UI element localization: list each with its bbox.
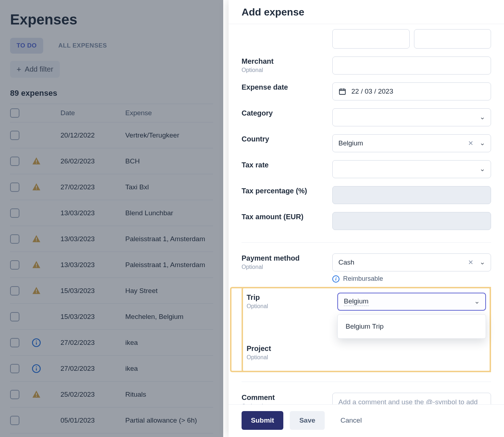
- row-expense: BCH: [125, 157, 213, 165]
- svg-point-15: [36, 366, 37, 367]
- country-select[interactable]: Belgium ✕: [332, 134, 491, 152]
- row-checkbox[interactable]: [10, 234, 19, 244]
- calendar-icon: [338, 87, 346, 95]
- project-label: Project Optional: [247, 344, 333, 361]
- row-date: 27/02/2023: [60, 339, 125, 347]
- svg-rect-2: [36, 185, 37, 188]
- row-checkbox[interactable]: [10, 131, 19, 140]
- row-checkbox[interactable]: [10, 183, 19, 192]
- trip-select[interactable]: Belgium: [337, 293, 486, 311]
- chevron-down-icon: [480, 115, 485, 120]
- table-row[interactable]: 27/02/2023ikea: [10, 356, 213, 382]
- warning-icon: [32, 183, 41, 192]
- row-checkbox[interactable]: [10, 260, 19, 270]
- tax-rate-label: Tax rate: [242, 160, 328, 170]
- panel-body: Merchant Optional Expense date 22 / 03 /…: [229, 24, 504, 404]
- row-date: 15/03/2023: [60, 313, 125, 321]
- table-row[interactable]: 27/02/2023Taxi Bxl: [10, 174, 213, 200]
- table-row[interactable]: 25/02/2023Rituals: [10, 382, 213, 407]
- row-date: 13/03/2023: [60, 209, 125, 217]
- expenses-table: Date Expense 20/12/2022Vertrek/Terugkeer…: [10, 104, 213, 433]
- svg-point-12: [36, 340, 37, 341]
- row-expense: Taxi Bxl: [125, 183, 213, 191]
- table-row[interactable]: 15/03/2023Hay Street: [10, 278, 213, 304]
- svg-rect-8: [36, 289, 37, 292]
- row-expense: Paleisstraat 1, Amsterdam: [125, 261, 213, 269]
- merchant-input[interactable]: [332, 57, 491, 75]
- row-expense: Mechelen, Belgium: [125, 313, 213, 321]
- trip-dropdown-list: Belgium Trip: [337, 314, 486, 339]
- table-row[interactable]: 13/03/2023Paleisstraat 1, Amsterdam: [10, 226, 213, 252]
- row-date: 15/03/2023: [60, 287, 125, 295]
- expense-count: 89 expenses: [10, 89, 213, 98]
- save-button[interactable]: Save: [290, 411, 324, 430]
- cancel-button[interactable]: Cancel: [331, 411, 371, 430]
- comment-label: Comment Optional: [242, 393, 328, 404]
- row-checkbox[interactable]: [10, 364, 19, 373]
- row-checkbox[interactable]: [10, 416, 19, 425]
- table-row[interactable]: 26/02/2023BCH: [10, 148, 213, 174]
- row-expense: ikea: [125, 339, 213, 347]
- category-select[interactable]: [332, 108, 491, 126]
- svg-rect-18: [339, 89, 346, 95]
- comment-input[interactable]: Add a comment and use the @-symbol to ad…: [332, 393, 491, 404]
- panel-footer: Submit Save Cancel: [229, 404, 504, 437]
- add-filter-label: Add filter: [25, 65, 53, 73]
- info-icon: i: [332, 275, 339, 283]
- row-expense: Paleisstraat 1, Amsterdam: [125, 235, 213, 243]
- panel-header: Add expense: [229, 0, 504, 24]
- row-checkbox[interactable]: [10, 390, 19, 399]
- table-row[interactable]: 05/01/2023Partial allowance (> 6h): [10, 407, 213, 433]
- amount-left-input[interactable]: [332, 29, 410, 49]
- trip-label: Trip Optional: [247, 293, 333, 310]
- warning-icon: [32, 390, 41, 399]
- reimbursable-indicator: i Reimbursable: [332, 275, 491, 283]
- row-date: 05/01/2023: [60, 416, 125, 424]
- row-checkbox[interactable]: [10, 208, 19, 218]
- row-expense: Partial allowance (> 6h): [125, 416, 213, 424]
- warning-icon: [32, 260, 41, 270]
- row-expense: Hay Street: [125, 287, 213, 295]
- trip-option[interactable]: Belgium Trip: [338, 316, 486, 337]
- row-checkbox[interactable]: [10, 312, 19, 321]
- chevron-down-icon: [480, 260, 485, 265]
- amount-right-input[interactable]: [414, 29, 491, 49]
- payment-method-select[interactable]: Cash ✕: [332, 253, 491, 271]
- table-row[interactable]: 20/12/2022Vertrek/Terugkeer: [10, 122, 213, 148]
- row-checkbox[interactable]: [10, 157, 19, 166]
- tax-percentage-label: Tax percentage (%): [242, 186, 328, 195]
- table-row[interactable]: 27/02/2023ikea: [10, 330, 213, 356]
- trip-project-highlight: Trip Optional Belgium Belgium Trip Proje…: [242, 287, 491, 372]
- row-checkbox[interactable]: [10, 338, 19, 347]
- info-icon: [32, 338, 41, 347]
- table-header: Date Expense: [10, 104, 213, 122]
- clear-icon[interactable]: ✕: [468, 258, 473, 266]
- row-expense: Blend Lunchbar: [125, 209, 213, 217]
- table-row[interactable]: 15/03/2023Mechelen, Belgium: [10, 304, 213, 330]
- add-filter-button[interactable]: + Add filter: [10, 61, 60, 78]
- svg-rect-3: [36, 188, 37, 189]
- select-all-checkbox[interactable]: [10, 108, 19, 118]
- expense-date-input[interactable]: 22 / 03 / 2023: [332, 82, 491, 100]
- tab-todo[interactable]: TO DO: [10, 38, 43, 54]
- table-row[interactable]: 13/03/2023Paleisstraat 1, Amsterdam: [10, 252, 213, 278]
- tax-rate-select[interactable]: [332, 160, 491, 178]
- svg-rect-17: [36, 396, 37, 396]
- row-expense: ikea: [125, 365, 213, 373]
- svg-rect-6: [36, 263, 37, 266]
- clear-icon[interactable]: ✕: [468, 139, 473, 147]
- table-row[interactable]: 13/03/2023Blend Lunchbar: [10, 200, 213, 226]
- svg-rect-9: [36, 292, 37, 293]
- payment-method-label: Payment method Optional: [242, 253, 328, 271]
- merchant-label: Merchant Optional: [242, 57, 328, 74]
- add-expense-panel: Add expense Merchant Optional Expense da…: [229, 0, 504, 437]
- row-expense: Rituals: [125, 391, 213, 398]
- column-expense[interactable]: Expense: [125, 109, 213, 117]
- submit-button[interactable]: Submit: [242, 411, 283, 430]
- row-date: 25/02/2023: [60, 391, 125, 398]
- info-icon: [32, 364, 41, 373]
- plus-icon: +: [17, 66, 21, 73]
- column-date[interactable]: Date: [60, 109, 125, 117]
- tab-all-expenses[interactable]: ALL EXPENSES: [52, 38, 113, 54]
- row-checkbox[interactable]: [10, 286, 19, 296]
